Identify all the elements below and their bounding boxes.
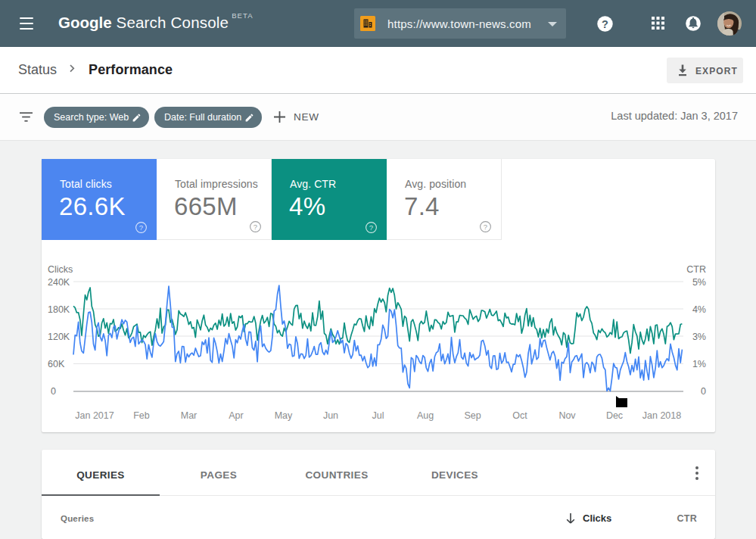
svg-text:Sep: Sep <box>464 410 481 421</box>
svg-text:?: ? <box>254 223 257 231</box>
svg-text:4%: 4% <box>692 304 706 315</box>
svg-text:60K: 60K <box>48 359 65 369</box>
svg-text:CTR: CTR <box>686 264 706 275</box>
svg-text:180K: 180K <box>48 304 70 315</box>
svg-text:?: ? <box>484 223 487 231</box>
svg-text:0: 0 <box>51 386 56 397</box>
svg-text:Jan 2017: Jan 2017 <box>75 410 114 421</box>
svg-text:5%: 5% <box>692 277 706 288</box>
svg-text:Jun: Jun <box>323 410 338 421</box>
svg-text:Apr: Apr <box>229 410 243 421</box>
svg-text:240K: 240K <box>48 277 70 288</box>
svg-text:?: ? <box>369 223 373 232</box>
svg-text:1%: 1% <box>692 359 706 369</box>
svg-text:?: ? <box>139 223 143 232</box>
svg-text:Oct: Oct <box>512 410 527 421</box>
svg-text:Aug: Aug <box>417 410 434 421</box>
svg-text:Mar: Mar <box>181 410 198 421</box>
svg-text:Jul: Jul <box>372 410 384 421</box>
svg-text:Nov: Nov <box>558 410 576 421</box>
svg-text:3%: 3% <box>692 332 706 342</box>
svg-text:Clicks: Clicks <box>48 264 73 275</box>
svg-text:0: 0 <box>701 386 706 397</box>
svg-text:?: ? <box>602 18 608 30</box>
svg-text:Jan 2018: Jan 2018 <box>642 410 681 421</box>
svg-text:120K: 120K <box>48 332 70 342</box>
svg-text:Feb: Feb <box>133 410 150 421</box>
svg-text:May: May <box>275 410 293 421</box>
svg-text:Dec: Dec <box>606 410 623 421</box>
